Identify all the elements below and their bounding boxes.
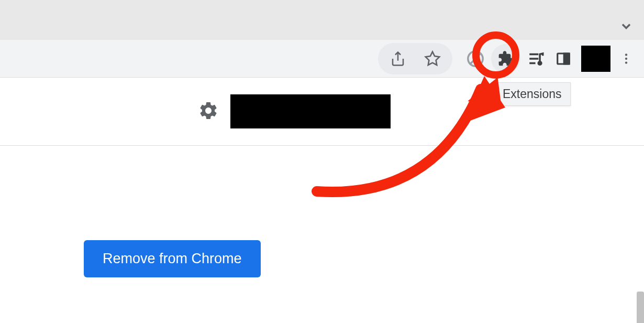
profile-avatar[interactable] xyxy=(581,46,610,72)
address-bar-actions xyxy=(378,43,452,74)
scrollbar[interactable] xyxy=(637,292,644,323)
share-icon[interactable] xyxy=(386,47,409,70)
browser-tab-strip xyxy=(0,0,644,40)
scrollbar-thumb[interactable] xyxy=(637,292,644,323)
svg-point-7 xyxy=(538,61,541,64)
extensions-tooltip: Extensions xyxy=(494,82,571,106)
chevron-down-icon[interactable] xyxy=(619,19,634,36)
page-title-redacted xyxy=(230,94,391,128)
svg-line-3 xyxy=(470,53,481,64)
svg-point-10 xyxy=(625,53,627,56)
remove-from-chrome-button[interactable]: Remove from Chrome xyxy=(84,240,261,277)
svg-point-11 xyxy=(625,57,627,59)
sidepanel-icon[interactable] xyxy=(552,47,575,70)
star-icon[interactable] xyxy=(421,47,444,70)
browser-toolbar xyxy=(0,40,644,78)
gear-icon[interactable] xyxy=(198,100,219,123)
more-menu-icon[interactable] xyxy=(615,47,638,70)
svg-point-12 xyxy=(625,61,627,63)
extensions-button[interactable] xyxy=(491,44,520,73)
music-queue-icon[interactable] xyxy=(525,47,548,70)
blocker-extension-icon[interactable] xyxy=(464,47,487,70)
svg-rect-9 xyxy=(564,53,569,64)
svg-marker-1 xyxy=(426,51,440,64)
content-area: Remove from Chrome xyxy=(0,146,644,323)
